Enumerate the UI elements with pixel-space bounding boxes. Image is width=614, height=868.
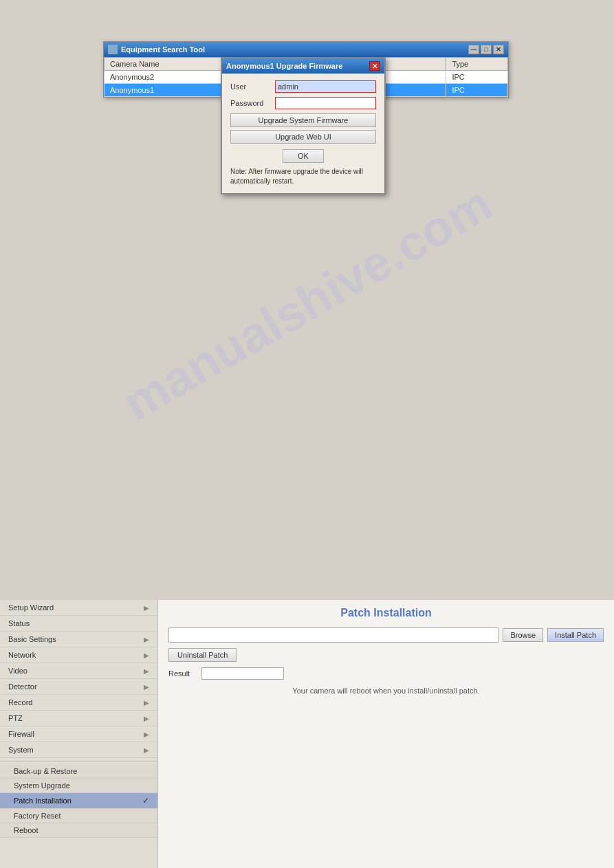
minimize-button[interactable]: —	[468, 45, 479, 54]
uninstall-patch-button[interactable]: Uninstall Patch	[168, 648, 237, 662]
arrow-record: ▶	[144, 699, 149, 706]
titlebar-controls[interactable]: — □ ✕	[468, 45, 504, 54]
equipment-titlebar: Equipment Search Tool — □ ✕	[104, 42, 508, 57]
sidebar-item-detector[interactable]: Detector ▶	[0, 679, 157, 695]
col-type: Type	[446, 58, 508, 71]
user-input[interactable]	[275, 80, 376, 93]
firmware-titlebar: Anonymous1 Upgrade Firmware ✕	[222, 58, 384, 74]
sidebar-item-firewall[interactable]: Firewall ▶	[0, 726, 157, 742]
sidebar-sub-reboot[interactable]: Reboot	[0, 823, 157, 838]
sidebar-label-video: Video	[8, 667, 28, 675]
sidebar-item-network[interactable]: Network ▶	[0, 647, 157, 663]
patch-file-row: Browse Install Patch	[168, 627, 604, 643]
backup-label: Back-up & Restore	[14, 767, 77, 775]
arrow-basic-settings: ▶	[144, 636, 149, 643]
arrow-detector: ▶	[144, 683, 149, 691]
sidebar-item-setup-wizard[interactable]: Setup Wizard ▶	[0, 600, 157, 616]
firmware-title: Anonymous1 Upgrade Firmware	[226, 62, 342, 70]
password-label: Password	[230, 99, 275, 107]
arrow-firewall: ▶	[144, 731, 149, 738]
sidebar-sub-upgrade[interactable]: System Upgrade	[0, 779, 157, 793]
result-row: Result	[168, 667, 604, 680]
camera-name-cell: Anonymous2	[105, 71, 238, 84]
sidebar-item-record[interactable]: Record ▶	[0, 695, 157, 711]
watermark: manualshive.com	[113, 175, 501, 431]
user-label: User	[230, 82, 275, 91]
col-camera-name: Camera Name	[105, 58, 238, 71]
firmware-dialog: Anonymous1 Upgrade Firmware ✕ User Passw…	[221, 57, 386, 194]
uninstall-row: Uninstall Patch	[168, 648, 604, 662]
window-icon	[108, 45, 118, 54]
sidebar-sub-factory-reset[interactable]: Factory Reset	[0, 809, 157, 823]
sidebar: Setup Wizard ▶ Status Basic Settings ▶ N…	[0, 600, 158, 868]
browse-button[interactable]: Browse	[503, 628, 543, 642]
window-title: Equipment Search Tool	[121, 45, 205, 54]
sidebar-label-system: System	[8, 746, 34, 754]
user-row: User	[230, 80, 376, 93]
arrow-setup-wizard: ▶	[144, 604, 149, 612]
arrow-ptz: ▶	[144, 715, 149, 722]
upgrade-web-button[interactable]: Upgrade Web UI	[230, 130, 376, 144]
type-cell: IPC	[446, 84, 508, 97]
patch-installation-title: Patch Installation	[168, 607, 604, 619]
arrow-network: ▶	[144, 652, 149, 659]
upgrade-buttons: Upgrade System Firmware Upgrade Web UI	[230, 113, 376, 144]
patch-note: Your camera will reboot when you install…	[168, 687, 604, 695]
check-icon: ✓	[142, 796, 149, 805]
result-label: Result	[168, 669, 196, 678]
camera-name-cell: Anonymous1	[105, 84, 238, 97]
patch-label: Patch Installation	[14, 797, 72, 805]
main-content: Patch Installation Browse Install Patch …	[158, 600, 614, 868]
upgrade-label: System Upgrade	[14, 781, 70, 790]
sidebar-item-ptz[interactable]: PTZ ▶	[0, 711, 157, 726]
equipment-table-area: Camera Name IP Address Device ID Type An…	[104, 57, 508, 97]
password-row: Password	[230, 97, 376, 109]
equipment-search-window: Equipment Search Tool — □ ✕ Camera Name …	[103, 41, 509, 98]
install-patch-button[interactable]: Install Patch	[547, 628, 604, 642]
sidebar-sub-backup[interactable]: Back-up & Restore	[0, 764, 157, 779]
sidebar-label-ptz: PTZ	[8, 714, 23, 722]
sidebar-label-detector: Detector	[8, 682, 37, 691]
sidebar-item-system[interactable]: System ▶	[0, 742, 157, 758]
firmware-body: User Password Upgrade System Firmware Up…	[222, 74, 384, 193]
arrow-video: ▶	[144, 667, 149, 675]
sidebar-label-basic-settings: Basic Settings	[8, 635, 56, 643]
sidebar-label-status: Status	[8, 619, 30, 627]
type-cell: IPC	[446, 71, 508, 84]
top-section: Equipment Search Tool — □ ✕ Camera Name …	[0, 0, 614, 125]
sidebar-label-record: Record	[8, 698, 32, 706]
close-window-button[interactable]: ✕	[493, 45, 504, 54]
bottom-section: Setup Wizard ▶ Status Basic Settings ▶ N…	[0, 600, 614, 868]
ok-row: OK	[230, 149, 376, 163]
upgrade-system-button[interactable]: Upgrade System Firmware	[230, 113, 376, 127]
sidebar-label-network: Network	[8, 651, 36, 659]
titlebar-left: Equipment Search Tool	[108, 45, 205, 54]
sidebar-sub-patch[interactable]: Patch Installation ✓	[0, 793, 157, 809]
maximize-button[interactable]: □	[481, 45, 492, 54]
sidebar-item-video[interactable]: Video ▶	[0, 663, 157, 679]
sidebar-item-basic-settings[interactable]: Basic Settings ▶	[0, 632, 157, 647]
reboot-label: Reboot	[14, 826, 38, 834]
sidebar-item-status[interactable]: Status	[0, 616, 157, 632]
sidebar-label-setup-wizard: Setup Wizard	[8, 603, 54, 612]
result-input	[201, 667, 284, 680]
sidebar-label-firewall: Firewall	[8, 730, 34, 738]
factory-reset-label: Factory Reset	[14, 812, 61, 820]
arrow-system: ▶	[144, 746, 149, 754]
password-input[interactable]	[275, 97, 376, 109]
patch-file-input[interactable]	[168, 627, 498, 643]
firmware-note: Note: After firmware upgrade the device …	[230, 167, 376, 186]
firmware-close-button[interactable]: ✕	[369, 61, 380, 71]
ok-button[interactable]: OK	[283, 149, 324, 163]
